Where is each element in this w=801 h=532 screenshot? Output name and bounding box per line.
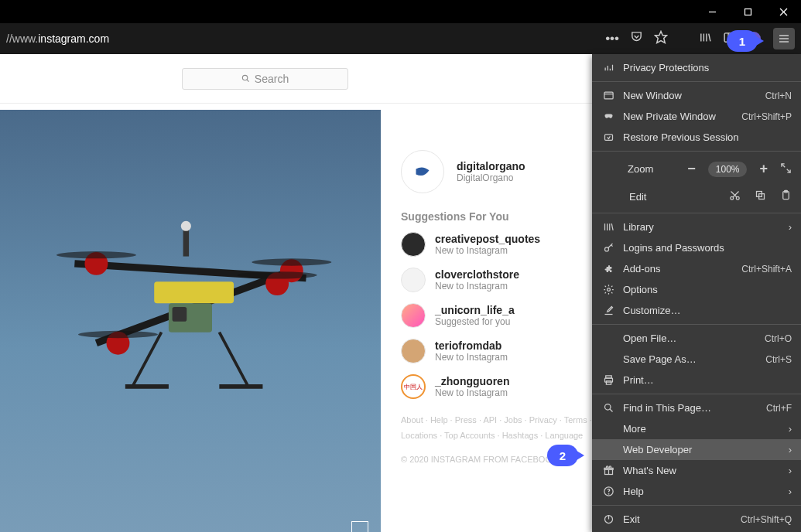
url-text[interactable]: //www.instagram.com xyxy=(6,32,109,45)
menu-help[interactable]: Help › xyxy=(592,481,801,502)
svg-point-26 xyxy=(107,332,130,355)
menu-new-private-window[interactable]: New Private Window Ctrl+Shift+P xyxy=(592,106,801,127)
puzzle-icon xyxy=(601,263,615,275)
svg-point-24 xyxy=(85,252,108,275)
menu-label: Add-ons xyxy=(623,263,734,275)
menu-logins[interactable]: Logins and Passwords xyxy=(592,237,801,258)
menu-label: Web Developer xyxy=(623,444,781,455)
suggestion-subtext: New to Instagram xyxy=(435,352,508,363)
svg-point-29 xyxy=(252,258,331,265)
bookmark-star-icon[interactable] xyxy=(654,30,668,48)
window-close-button[interactable] xyxy=(765,0,801,23)
menu-options[interactable]: Options xyxy=(592,279,801,300)
menu-shortcut: Ctrl+O xyxy=(765,333,792,344)
suggestion-username: teriofromdab xyxy=(435,339,508,352)
chevron-right-icon: › xyxy=(789,221,792,233)
suggestion-avatar xyxy=(401,339,426,363)
menu-label: New Window xyxy=(623,90,758,101)
suggestion-subtext: New to Instagram xyxy=(435,245,540,256)
feed-post-image[interactable] xyxy=(0,110,381,532)
menu-web-developer[interactable]: Web Developer › xyxy=(592,439,801,460)
suggestion-username: _zhongguoren xyxy=(435,375,509,387)
menu-addons[interactable]: Add-ons Ctrl+Shift+A xyxy=(592,258,801,279)
svg-rect-23 xyxy=(173,307,187,322)
profile-displayname: DigitalOrgano xyxy=(457,172,525,183)
search-placeholder: Search xyxy=(255,73,289,85)
footer-links[interactable]: About · Help · Press · API · Jobs · Priv… xyxy=(401,413,610,444)
svg-line-33 xyxy=(219,332,248,387)
svg-point-27 xyxy=(265,272,289,295)
hamburger-menu: Privacy Protections New Window Ctrl+N Ne… xyxy=(592,54,801,532)
search-input[interactable]: Search xyxy=(182,68,348,90)
suggestion-item[interactable]: cloverclothstoreNew to Instagram xyxy=(401,268,610,292)
profile-block[interactable]: digitalorgano DigitalOrgano xyxy=(401,150,610,193)
menu-more[interactable]: More › xyxy=(592,418,801,439)
menu-label: What's New xyxy=(623,465,781,476)
svg-line-59 xyxy=(611,223,613,230)
menu-open-file[interactable]: Open File… Ctrl+O xyxy=(592,328,801,349)
zoom-in-button[interactable]: + xyxy=(759,161,768,177)
menu-customize[interactable]: Customize… xyxy=(592,300,801,321)
search-icon xyxy=(601,402,615,414)
cut-icon[interactable] xyxy=(729,189,741,203)
suggestion-avatar xyxy=(401,232,426,257)
svg-line-46 xyxy=(782,163,785,166)
library-icon xyxy=(601,221,615,233)
menu-label: Restore Previous Session xyxy=(623,131,792,143)
help-icon xyxy=(601,486,615,497)
zoom-out-button[interactable]: − xyxy=(687,161,696,177)
menu-shortcut: Ctrl+Shift+P xyxy=(741,111,792,122)
svg-point-63 xyxy=(607,288,610,292)
page-actions-icon[interactable]: ••• xyxy=(605,31,619,46)
suggestion-item[interactable]: 中国人_zhongguorenNew to Instagram xyxy=(401,374,610,399)
svg-line-19 xyxy=(74,264,306,278)
svg-line-20 xyxy=(96,271,291,343)
svg-line-47 xyxy=(787,169,790,172)
menu-save-page[interactable]: Save Page As… Ctrl+S xyxy=(592,349,801,370)
menu-find[interactable]: Find in This Page… Ctrl+F xyxy=(592,397,801,418)
url-prefix: //www. xyxy=(6,32,38,45)
menu-label: More xyxy=(623,423,781,435)
menu-label: Print… xyxy=(623,374,792,386)
fullscreen-icon[interactable] xyxy=(780,162,792,176)
suggestion-item[interactable]: teriofromdabNew to Instagram xyxy=(401,339,610,363)
suggestion-avatar xyxy=(401,268,426,292)
menu-new-window[interactable]: New Window Ctrl+N xyxy=(592,85,801,106)
menu-label: Find in This Page… xyxy=(623,402,758,414)
menu-privacy-protections[interactable]: Privacy Protections xyxy=(592,57,801,78)
edit-label: Edit xyxy=(629,191,715,203)
print-icon xyxy=(601,374,615,386)
suggestion-username: cloverclothstore xyxy=(435,268,519,281)
window-maximize-button[interactable] xyxy=(730,0,765,23)
menu-library[interactable]: Library › xyxy=(592,217,801,237)
svg-line-32 xyxy=(132,332,161,387)
pocket-icon[interactable] xyxy=(630,30,643,47)
suggestion-item[interactable]: _unicorn_life_aSuggested for you xyxy=(401,303,610,328)
menu-shortcut: Ctrl+Shift+Q xyxy=(741,514,792,525)
menu-label: Save Page As… xyxy=(623,353,758,365)
svg-point-31 xyxy=(238,271,317,278)
suggestion-avatar: 中国人 xyxy=(401,374,426,399)
menu-label: Library xyxy=(623,221,781,233)
suggestion-subtext: Suggested for you xyxy=(435,316,515,327)
svg-marker-4 xyxy=(656,31,667,43)
menu-whats-new[interactable]: What's New › xyxy=(592,460,801,481)
copy-icon[interactable] xyxy=(755,189,766,203)
menu-label: Options xyxy=(623,284,792,295)
zoom-value[interactable]: 100% xyxy=(708,162,748,177)
menu-print[interactable]: Print… xyxy=(592,370,801,390)
url-domain: instagram.com xyxy=(38,32,109,45)
library-icon[interactable] xyxy=(699,31,712,47)
menu-restore-session[interactable]: Restore Previous Session xyxy=(592,127,801,148)
menu-label: Help xyxy=(623,486,781,497)
paste-icon[interactable] xyxy=(780,189,792,203)
svg-point-25 xyxy=(280,259,303,282)
chevron-right-icon: › xyxy=(789,444,792,455)
suggestion-item[interactable]: creativepost_quotesNew to Instagram xyxy=(401,232,610,257)
menu-exit[interactable]: Exit Ctrl+Shift+Q xyxy=(592,509,801,530)
carousel-indicator-icon xyxy=(351,521,368,532)
svg-point-73 xyxy=(609,466,611,469)
menu-label: Open File… xyxy=(623,332,757,344)
window-minimize-button[interactable] xyxy=(694,0,730,23)
hamburger-menu-button[interactable] xyxy=(773,28,795,49)
